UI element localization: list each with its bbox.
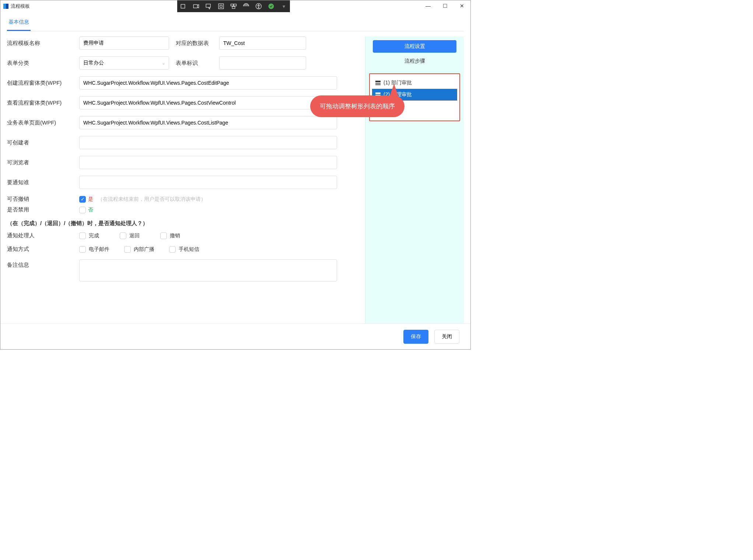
window-controls: — ☐ ✕ <box>420 0 470 11</box>
check-back[interactable]: 退回 <box>120 232 140 239</box>
tool-chevron-icon[interactable]: ▾ <box>280 2 288 10</box>
svg-rect-5 <box>231 4 234 6</box>
tool-live-icon[interactable] <box>179 2 188 10</box>
label-data-table: 对应的数据表 <box>176 40 213 47</box>
close-dialog-button[interactable]: 关闭 <box>434 330 459 344</box>
select-category-value[interactable] <box>79 56 169 70</box>
debug-toolbar: ▾ <box>177 0 290 12</box>
check-sms[interactable]: 手机短信 <box>169 246 199 253</box>
label-notify-who: 要通知谁 <box>7 179 73 186</box>
list-icon <box>375 81 381 85</box>
select-category[interactable]: ⌄ <box>79 56 169 70</box>
btn-flow-steps[interactable]: 流程步骤 <box>365 54 464 68</box>
window-title: 流程模板 <box>11 3 30 10</box>
check-revoke[interactable]: 撤销 <box>160 232 180 239</box>
label-template-name: 流程模板名称 <box>7 40 73 47</box>
maximize-button[interactable]: ☐ <box>437 0 453 11</box>
tool-select-icon[interactable] <box>204 2 213 10</box>
check-email-label: 电子邮件 <box>89 246 109 253</box>
label-creator: 可创建者 <box>7 139 73 146</box>
input-viewer[interactable] <box>79 156 337 169</box>
check-revoke-label: 撤销 <box>170 232 180 239</box>
label-view-wpf: 查看流程窗体类(WPF) <box>7 99 73 106</box>
svg-point-9 <box>258 4 259 5</box>
callout-text: 可拖动调整树形列表的顺序 <box>320 103 395 110</box>
callout-bubble: 可拖动调整树形列表的顺序 <box>310 95 404 117</box>
check-broadcast-label: 内部广播 <box>134 246 154 253</box>
tool-stop-icon[interactable] <box>217 2 225 10</box>
label-remark: 备注信息 <box>7 259 73 269</box>
label-list-wpf: 业务表单页面(WPF) <box>7 119 73 126</box>
checkbox-can-revoke[interactable] <box>79 196 86 203</box>
textarea-remark[interactable] <box>79 259 337 281</box>
main-area: 流程模板名称 对应的数据表 表单分类 ⌄ 表单标识 创建流程窗体类(WPF) <box>7 31 464 323</box>
label-create-wpf: 创建流程窗体类(WPF) <box>7 80 73 87</box>
input-data-table[interactable] <box>219 36 306 50</box>
can-revoke-hint: （在流程未结束前，用户是否可以取消该申请） <box>98 196 206 203</box>
label-viewer: 可浏览者 <box>7 159 73 166</box>
app-window: 流程模板 ▾ — ☐ ✕ 基本信息 流程模板名称 <box>0 0 471 350</box>
svg-rect-1 <box>193 5 197 8</box>
disabled-value: 否 <box>88 207 93 213</box>
check-sms-label: 手机短信 <box>179 246 199 253</box>
content-area: 基本信息 流程模板名称 对应的数据表 表单分类 ⌄ 表单标识 <box>0 12 470 323</box>
tab-bar: 基本信息 <box>7 15 464 31</box>
svg-rect-4 <box>220 5 222 7</box>
label-disabled: 是否禁用 <box>7 206 73 213</box>
svg-rect-2 <box>206 4 210 7</box>
label-notify-method: 通知方式 <box>7 246 73 253</box>
app-icon <box>3 4 8 9</box>
section-notify-title: （在（完成）/（退回）/（撤销）时，是否通知处理人？） <box>7 220 358 227</box>
label-form-id: 表单标识 <box>176 60 213 67</box>
input-create-wpf[interactable] <box>79 76 337 90</box>
checkbox-disabled[interactable] <box>79 207 86 213</box>
tool-accessibility-icon[interactable] <box>255 2 263 10</box>
save-button[interactable]: 保存 <box>403 330 428 344</box>
titlebar: 流程模板 ▾ — ☐ ✕ <box>0 0 470 12</box>
svg-rect-7 <box>232 7 235 8</box>
svg-point-10 <box>269 4 274 9</box>
minimize-button[interactable]: — <box>420 0 437 11</box>
input-form-id[interactable] <box>219 56 306 70</box>
input-template-name[interactable] <box>79 36 169 50</box>
label-category: 表单分类 <box>7 60 73 67</box>
form-column: 流程模板名称 对应的数据表 表单分类 ⌄ 表单标识 创建流程窗体类(WPF) <box>7 36 358 323</box>
check-done-label: 完成 <box>89 232 99 239</box>
btn-flow-settings[interactable]: 流程设置 <box>373 40 456 53</box>
check-back-label: 退回 <box>129 232 140 239</box>
right-panel: 流程设置 流程步骤 (1) 部门审批 (2) 经理审批 可拖动调整树形列表的顺序 <box>365 36 464 323</box>
footer: 保存 关闭 <box>0 323 470 349</box>
tool-layout-icon[interactable] <box>230 2 238 10</box>
tool-ok-icon[interactable] <box>267 2 275 10</box>
check-email[interactable]: 电子邮件 <box>79 246 109 253</box>
tab-basic-info[interactable]: 基本信息 <box>7 15 31 31</box>
input-creator[interactable] <box>79 136 337 149</box>
input-view-wpf[interactable] <box>79 96 337 109</box>
check-broadcast[interactable]: 内部广播 <box>124 246 154 253</box>
check-done[interactable]: 完成 <box>79 232 99 239</box>
step-item-1[interactable]: (1) 部门审批 <box>372 77 457 89</box>
tool-record-icon[interactable] <box>192 2 200 10</box>
can-revoke-value: 是 <box>88 196 93 203</box>
svg-rect-3 <box>218 4 224 9</box>
tool-signal-icon[interactable] <box>242 2 250 10</box>
svg-rect-0 <box>181 4 185 8</box>
svg-rect-6 <box>234 4 237 6</box>
close-button[interactable]: ✕ <box>453 0 470 11</box>
label-can-revoke: 可否撤销 <box>7 196 73 203</box>
input-notify-who[interactable] <box>79 176 337 189</box>
label-notify-handler: 通知处理人 <box>7 232 73 239</box>
input-list-wpf[interactable] <box>79 116 337 129</box>
